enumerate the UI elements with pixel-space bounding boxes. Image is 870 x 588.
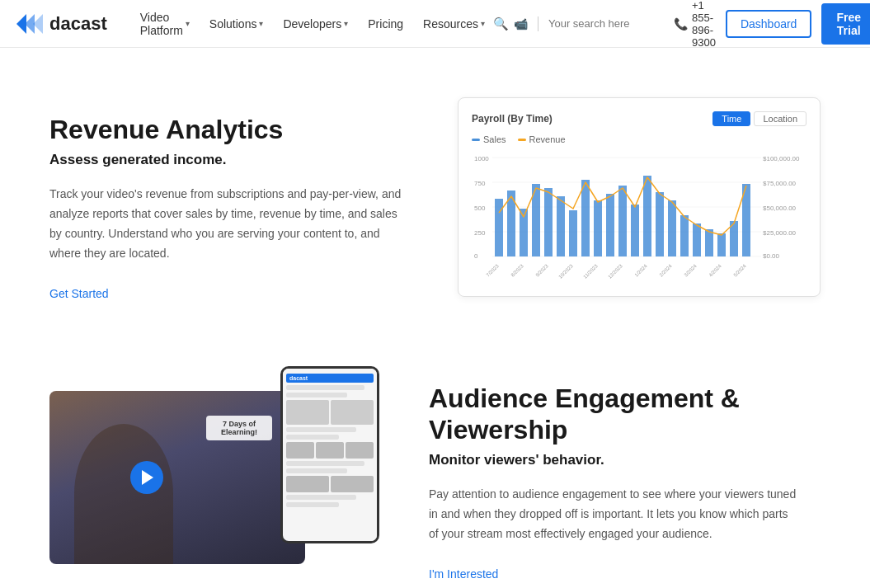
svg-rect-35 bbox=[705, 229, 713, 256]
svg-text:3/2024: 3/2024 bbox=[683, 263, 698, 278]
tablet-device: dacast bbox=[280, 366, 379, 543]
svg-rect-27 bbox=[606, 194, 614, 256]
chevron-down-icon: ▾ bbox=[186, 19, 190, 28]
tablet-row bbox=[286, 385, 364, 390]
section2-subtitle: Monitor viewers' behavior. bbox=[429, 452, 800, 468]
person-silhouette bbox=[74, 424, 173, 564]
section2-title: Audience Engagement & Viewership bbox=[429, 383, 800, 446]
tablet-row bbox=[286, 461, 364, 466]
svg-rect-34 bbox=[693, 223, 701, 256]
tablet-screen: dacast bbox=[283, 369, 377, 541]
free-trial-button[interactable]: Free Trial bbox=[821, 3, 870, 45]
nav-resources[interactable]: Resources ▾ bbox=[415, 11, 493, 37]
svg-rect-29 bbox=[631, 205, 639, 256]
chevron-down-icon: ▾ bbox=[259, 19, 263, 28]
section1-cta[interactable]: Get Started bbox=[49, 287, 109, 300]
tablet-thumb-row bbox=[286, 442, 374, 459]
tablet-row bbox=[286, 393, 347, 397]
tablet-thumb-4 bbox=[286, 476, 329, 492]
revenue-chart-container: Payroll (By Time) Time Location Sales Re… bbox=[458, 97, 821, 297]
svg-text:$100,000.00: $100,000.00 bbox=[763, 155, 800, 162]
play-button[interactable] bbox=[130, 461, 163, 494]
chart-header: Payroll (By Time) Time Location bbox=[472, 111, 807, 126]
tablet-image-row bbox=[286, 400, 374, 425]
tablet-row bbox=[286, 495, 356, 500]
svg-text:$50,000.00: $50,000.00 bbox=[763, 205, 797, 212]
logo-icon bbox=[16, 12, 43, 35]
svg-text:250: 250 bbox=[474, 229, 486, 237]
svg-text:$75,000.00: $75,000.00 bbox=[763, 180, 797, 187]
svg-rect-30 bbox=[643, 176, 651, 256]
chevron-down-icon: ▾ bbox=[344, 19, 348, 28]
chart-toggle-location[interactable]: Location bbox=[754, 111, 807, 126]
svg-text:8/2023: 8/2023 bbox=[510, 263, 524, 278]
phone-area: 📞 +1 855-896-9300 bbox=[674, 0, 716, 49]
tablet-thumb-3 bbox=[346, 442, 374, 459]
section1-description: Track your video's revenue from subscrip… bbox=[49, 185, 408, 263]
svg-text:750: 750 bbox=[474, 180, 486, 187]
svg-rect-32 bbox=[668, 200, 676, 256]
svg-rect-22 bbox=[544, 188, 553, 256]
legend-sales-label: Sales bbox=[483, 134, 506, 144]
legend-sales-dot bbox=[472, 139, 480, 141]
tablet-img-1 bbox=[286, 400, 329, 425]
svg-text:1000: 1000 bbox=[474, 155, 489, 162]
tablet-row bbox=[286, 435, 339, 440]
section2-text: Audience Engagement & Viewership Monitor… bbox=[429, 366, 800, 581]
main-nav: Video Platform ▾ Solutions ▾ Developers … bbox=[132, 4, 493, 44]
video-icon: 📹 bbox=[514, 17, 528, 31]
nav-pricing[interactable]: Pricing bbox=[360, 11, 411, 37]
svg-text:12/2023: 12/2023 bbox=[607, 263, 623, 280]
tablet-thumb-5 bbox=[331, 476, 374, 492]
svg-rect-33 bbox=[680, 215, 689, 256]
nav-developers[interactable]: Developers ▾ bbox=[275, 11, 356, 37]
elearning-label: 7 Days of Elearning! bbox=[206, 416, 272, 440]
tablet-header: dacast bbox=[286, 374, 374, 383]
section2-image-area: 7 Days of Elearning! dacast bbox=[49, 366, 379, 564]
tablet-row bbox=[286, 468, 347, 473]
phone-icon: 📞 bbox=[674, 17, 688, 31]
svg-rect-25 bbox=[581, 180, 590, 256]
chevron-down-icon: ▾ bbox=[481, 19, 485, 28]
svg-text:$0.00: $0.00 bbox=[763, 252, 780, 260]
svg-rect-26 bbox=[594, 200, 602, 256]
svg-rect-36 bbox=[717, 233, 726, 256]
section1-title: Revenue Analytics bbox=[49, 114, 408, 145]
tablet-thumb-1 bbox=[286, 442, 314, 459]
svg-rect-31 bbox=[656, 192, 664, 256]
legend-revenue: Revenue bbox=[518, 134, 566, 144]
nav-solutions[interactable]: Solutions ▾ bbox=[201, 11, 272, 37]
section2-description: Pay attention to audience engagement to … bbox=[429, 485, 800, 543]
tablet-thumb-row-2 bbox=[286, 476, 374, 492]
svg-rect-24 bbox=[569, 210, 577, 256]
svg-rect-28 bbox=[618, 186, 627, 256]
logo[interactable]: dacast bbox=[16, 12, 107, 35]
chart-toggle: Time Location bbox=[712, 111, 807, 126]
svg-text:1/2024: 1/2024 bbox=[633, 263, 648, 278]
section2-cta[interactable]: I'm Interested bbox=[429, 567, 498, 581]
chart-legend: Sales Revenue bbox=[472, 134, 807, 144]
main-video-bg: 7 Days of Elearning! bbox=[49, 391, 305, 564]
tablet-row bbox=[286, 502, 339, 507]
svg-text:0: 0 bbox=[474, 252, 478, 260]
nav-video-platform[interactable]: Video Platform ▾ bbox=[132, 4, 198, 44]
legend-sales: Sales bbox=[472, 134, 506, 144]
svg-text:11/2023: 11/2023 bbox=[582, 263, 599, 280]
tablet-thumb-2 bbox=[316, 442, 344, 459]
svg-text:2/2024: 2/2024 bbox=[658, 263, 673, 278]
svg-text:$25,000.00: $25,000.00 bbox=[763, 229, 797, 237]
section1-text: Revenue Analytics Assess generated incom… bbox=[49, 97, 408, 300]
chart-title: Payroll (By Time) bbox=[472, 113, 553, 125]
tablet-img-2 bbox=[331, 400, 374, 425]
section1-subtitle: Assess generated income. bbox=[49, 152, 408, 168]
chart-toggle-time[interactable]: Time bbox=[712, 111, 750, 126]
search-input[interactable] bbox=[548, 17, 664, 30]
dashboard-button[interactable]: Dashboard bbox=[726, 10, 812, 38]
svg-text:4/2024: 4/2024 bbox=[708, 263, 722, 278]
search-icon: 🔍 bbox=[493, 16, 509, 31]
svg-text:5/2024: 5/2024 bbox=[732, 263, 747, 278]
svg-rect-23 bbox=[557, 196, 565, 256]
chart-svg: 1000 750 500 250 0 $100,000.00 $75,000.0… bbox=[472, 151, 807, 283]
divider bbox=[538, 16, 538, 31]
phone-number: +1 855-896-9300 bbox=[692, 0, 716, 49]
